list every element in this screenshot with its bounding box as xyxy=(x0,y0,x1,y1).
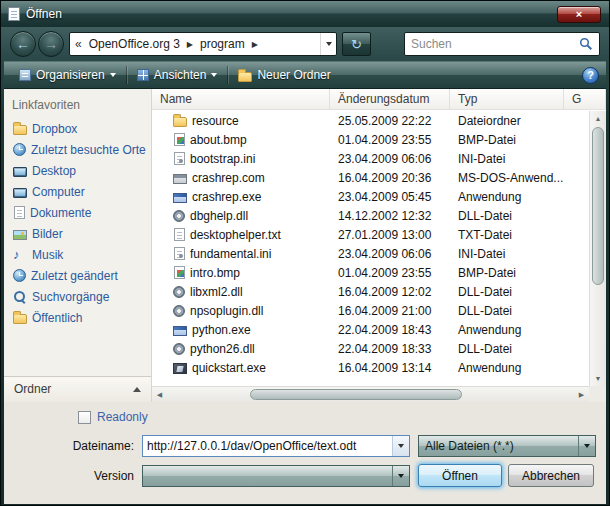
sidebar: Linkfavoriten Dropbox Zuletzt besuchte O… xyxy=(4,89,152,402)
file-name: about.bmp xyxy=(190,133,247,147)
file-type-icon xyxy=(173,305,185,317)
breadcrumb-overflow-icon[interactable]: « xyxy=(75,37,82,51)
column-header[interactable]: Typ xyxy=(450,89,564,109)
scroll-right-icon[interactable]: ▶ xyxy=(574,387,589,402)
sidebar-item-label: Suchvorgänge xyxy=(32,290,109,304)
folders-expander[interactable]: Ordner xyxy=(4,376,151,402)
chevron-down-icon xyxy=(110,73,116,77)
breadcrumb-separator-icon[interactable]: ▶ xyxy=(252,40,258,49)
sidebar-item-label: Desktop xyxy=(32,164,76,178)
views-label: Ansichten xyxy=(154,68,207,82)
file-type: Anwendung xyxy=(450,361,564,375)
column-header[interactable]: G xyxy=(564,89,606,109)
sidebar-item[interactable]: Zuletzt geändert xyxy=(4,265,151,286)
breadcrumb[interactable]: « OpenOffice.org 3 ▶ program ▶ xyxy=(69,32,337,56)
chevron-down-icon xyxy=(584,444,590,448)
scroll-up-icon[interactable]: ▲ xyxy=(590,111,606,126)
sidebar-item[interactable]: Dropbox xyxy=(4,118,151,139)
file-type: INI-Datei xyxy=(450,152,564,166)
horizontal-scrollbar[interactable]: ◀ ▶ xyxy=(152,386,589,402)
forward-button[interactable]: → xyxy=(38,31,64,57)
sidebar-item[interactable]: Öffentlich xyxy=(4,307,151,328)
file-row[interactable]: libxml2.dll 16.04.2009 12:02 DLL-Datei xyxy=(152,282,589,301)
organize-button[interactable]: Organisieren xyxy=(11,65,124,85)
file-type-icon xyxy=(174,133,185,146)
new-folder-button[interactable]: Neuer Ordner xyxy=(230,65,338,85)
folders-label: Ordner xyxy=(14,382,51,396)
file-row[interactable]: npsoplugin.dll 16.04.2009 21:00 DLL-Date… xyxy=(152,301,589,320)
file-row[interactable]: resource 25.05.2009 22:22 Dateiordner xyxy=(152,111,589,130)
views-button[interactable]: Ansichten xyxy=(129,65,226,85)
file-type: Anwendung xyxy=(450,190,564,204)
scroll-down-icon[interactable]: ▼ xyxy=(590,371,606,386)
file-type-icon xyxy=(173,326,187,336)
scroll-left-icon[interactable]: ◀ xyxy=(152,387,167,402)
help-button[interactable]: ? xyxy=(582,67,599,84)
file-row[interactable]: quickstart.exe 16.04.2009 13:14 Anwendun… xyxy=(152,358,589,377)
file-name: crashrep.com xyxy=(192,171,265,185)
file-row[interactable]: fundamental.ini 23.04.2009 06:06 INI-Dat… xyxy=(152,244,589,263)
file-row[interactable]: crashrep.exe 23.04.2009 05:45 Anwendung xyxy=(152,187,589,206)
sidebar-item[interactable]: Suchvorgänge xyxy=(4,286,151,307)
file-date: 23.04.2009 06:06 xyxy=(330,152,450,166)
sidebar-item-label: Bilder xyxy=(32,227,63,241)
sidebar-item[interactable]: Dokumente xyxy=(4,202,151,223)
search-box[interactable] xyxy=(404,32,600,56)
file-name: python.exe xyxy=(192,323,251,337)
breadcrumb-item[interactable]: program xyxy=(198,37,247,51)
file-type: INI-Datei xyxy=(450,247,564,261)
file-list: Name Änderungsdatum Typ G res xyxy=(152,89,606,402)
file-date: 14.12.2002 12:32 xyxy=(330,209,450,223)
file-row[interactable]: bootstrap.ini 23.04.2009 06:06 INI-Datei xyxy=(152,149,589,168)
horizontal-scroll-thumb[interactable] xyxy=(250,389,462,400)
file-date: 23.04.2009 06:06 xyxy=(330,247,450,261)
file-date: 01.04.2009 23:55 xyxy=(330,266,450,280)
filetype-dropdown-icon xyxy=(578,436,595,456)
breadcrumb-item[interactable]: OpenOffice.org 3 xyxy=(87,37,182,51)
sidebar-item[interactable]: Computer xyxy=(4,181,151,202)
readonly-option[interactable]: Readonly xyxy=(78,410,148,424)
sidebar-item[interactable]: Musik xyxy=(4,244,151,265)
version-combobox[interactable] xyxy=(142,465,410,487)
file-row[interactable]: dbghelp.dll 14.12.2002 12:32 DLL-Datei xyxy=(152,206,589,225)
file-type: Dateiordner xyxy=(450,114,564,128)
sidebar-item[interactable]: Bilder xyxy=(4,223,151,244)
file-row[interactable]: intro.bmp 01.04.2009 23:55 BMP-Datei xyxy=(152,263,589,282)
file-row[interactable]: python.exe 22.04.2009 18:43 Anwendung xyxy=(152,320,589,339)
file-type-icon xyxy=(174,247,185,260)
filename-combobox[interactable] xyxy=(142,435,410,457)
column-header[interactable]: Änderungsdatum xyxy=(330,89,450,109)
refresh-button[interactable]: ↻ xyxy=(342,32,371,56)
breadcrumb-dropdown-icon[interactable] xyxy=(320,33,336,55)
file-row[interactable]: desktophelper.txt 27.01.2009 13:00 TXT-D… xyxy=(152,225,589,244)
chevron-down-icon xyxy=(326,42,332,46)
file-type-icon xyxy=(173,343,185,355)
cancel-button[interactable]: Abbrechen xyxy=(508,464,594,487)
vertical-scroll-thumb[interactable] xyxy=(592,127,604,285)
sidebar-item[interactable]: Desktop xyxy=(4,160,151,181)
file-row[interactable]: python26.dll 22.04.2009 18:33 DLL-Datei xyxy=(152,339,589,358)
back-button[interactable]: ← xyxy=(10,31,36,57)
file-type: DLL-Datei xyxy=(450,285,564,299)
file-row[interactable]: crashrep.com 16.04.2009 20:36 MS-DOS-Anw… xyxy=(152,168,589,187)
organize-icon xyxy=(19,69,31,81)
sidebar-item-icon xyxy=(13,188,27,198)
filename-dropdown-icon[interactable] xyxy=(392,436,409,456)
filename-input[interactable] xyxy=(143,439,392,453)
open-button[interactable]: Öffnen xyxy=(418,464,502,487)
file-type: Anwendung xyxy=(450,323,564,337)
chevron-down-icon xyxy=(211,73,217,77)
breadcrumb-separator-icon[interactable]: ▶ xyxy=(187,40,193,49)
sidebar-item[interactable]: Zuletzt besuchte Orte xyxy=(4,139,151,160)
close-button[interactable]: × xyxy=(557,6,601,23)
search-icon xyxy=(579,37,593,51)
readonly-checkbox[interactable] xyxy=(78,411,91,424)
filetype-combobox[interactable]: Alle Dateien (*.*) xyxy=(418,435,596,457)
vertical-scrollbar[interactable]: ▲ ▼ xyxy=(589,111,606,386)
file-date: 22.04.2009 18:43 xyxy=(330,323,450,337)
file-date: 22.04.2009 18:33 xyxy=(330,342,450,356)
column-header[interactable]: Name xyxy=(152,89,330,109)
toolbar-separator xyxy=(126,66,127,84)
file-row[interactable]: about.bmp 01.04.2009 23:55 BMP-Datei xyxy=(152,130,589,149)
search-input[interactable] xyxy=(411,37,579,51)
